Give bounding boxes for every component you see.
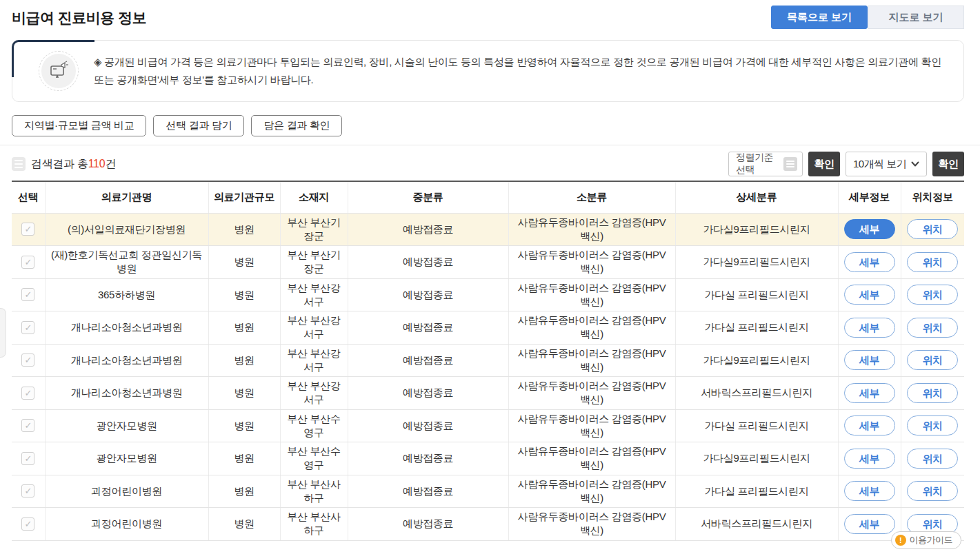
row-checkbox[interactable]: ✓ bbox=[21, 387, 34, 400]
header-mid-category: 중분류 bbox=[348, 181, 508, 213]
row-checkbox[interactable]: ✓ bbox=[21, 484, 34, 497]
location-button[interactable]: 위치 bbox=[907, 252, 958, 272]
page-size-value: 10개씩 보기 bbox=[853, 158, 906, 171]
notice-text: ◈ 공개된 비급여 가격 등은 의료기관마다 투입되는 의료인력, 장비, 시술… bbox=[94, 53, 943, 90]
header-detail-category: 상세분류 bbox=[675, 181, 838, 213]
sort-select[interactable]: 정렬기준 선택 bbox=[728, 152, 803, 176]
hospital-scale-cell: 병원 bbox=[208, 475, 280, 508]
notice-icon-ring bbox=[39, 51, 79, 91]
section-divider bbox=[0, 145, 980, 145]
table-row: ✓ 괴정어린이병원 병원 부산 부산사하구 예방접종료 사람유두종바이러스 감염… bbox=[12, 508, 964, 541]
mid-category-cell: 예방접종료 bbox=[348, 475, 508, 508]
table-row: ✓ 광안자모병원 병원 부산 부산수영구 예방접종료 사람유두종바이러스 감염증… bbox=[12, 442, 964, 475]
hospital-name-cell: 괴정어린이병원 bbox=[45, 475, 208, 508]
hospital-scale-cell: 병원 bbox=[208, 278, 280, 311]
hospital-name-cell: 개나리소아청소년과병원 bbox=[45, 377, 208, 410]
exclamation-icon: ! bbox=[895, 535, 906, 546]
location-button[interactable]: 위치 bbox=[907, 285, 958, 305]
mid-category-cell: 예방접종료 bbox=[348, 311, 508, 345]
detail-category-cell: 가다실9프리필드시린지 bbox=[675, 213, 838, 246]
sort-select-label: 정렬기준 선택 bbox=[736, 152, 783, 176]
hospital-scale-cell: 병원 bbox=[208, 246, 280, 279]
detail-button[interactable]: 세부 bbox=[844, 350, 895, 370]
detail-button[interactable]: 세부 bbox=[844, 252, 895, 272]
mid-category-cell: 예방접종료 bbox=[348, 344, 508, 377]
row-checkbox[interactable]: ✓ bbox=[21, 353, 34, 367]
non-covered-fee-page: 비급여 진료비용 정보 목록으로 보기 지도로 보기 ◈ 공개된 비급여 가격 … bbox=[0, 0, 980, 554]
location-button[interactable]: 위치 bbox=[907, 416, 958, 435]
detail-button[interactable]: 세부 bbox=[844, 219, 895, 239]
page-size-confirm-button[interactable]: 확인 bbox=[932, 152, 964, 176]
view-toggle: 목록으로 보기 지도로 보기 bbox=[771, 6, 964, 29]
view-collected-button[interactable]: 담은 결과 확인 bbox=[251, 115, 342, 136]
detail-button[interactable]: 세부 bbox=[844, 383, 895, 403]
header-location-info: 위치정보 bbox=[901, 181, 964, 213]
table-row: ✓ 365하하병원 병원 부산 부산강서구 예방접종료 사람유두종바이러스 감염… bbox=[12, 278, 964, 311]
table-row: ✓ 개나리소아청소년과병원 병원 부산 부산강서구 예방접종료 사람유두종바이러… bbox=[12, 344, 964, 377]
usage-guide-label: 이용가이드 bbox=[910, 534, 953, 546]
location-button[interactable]: 위치 bbox=[907, 481, 958, 501]
detail-button[interactable]: 세부 bbox=[844, 481, 895, 501]
detail-button[interactable]: 세부 bbox=[844, 285, 895, 305]
results-bar: 검색결과 총110건 정렬기준 선택 확인 10개씩 보기 확인 bbox=[12, 151, 964, 177]
detail-button[interactable]: 세부 bbox=[844, 514, 895, 534]
location-button[interactable]: 위치 bbox=[907, 318, 958, 338]
mid-category-cell: 예방접종료 bbox=[348, 377, 508, 410]
table-row: ✓ 개나리소아청소년과병원 병원 부산 부산강서구 예방접종료 사람유두종바이러… bbox=[12, 311, 964, 345]
row-checkbox[interactable]: ✓ bbox=[21, 288, 34, 301]
mid-category-cell: 예방접종료 bbox=[348, 442, 508, 475]
table-row: ✓ (재)한호기독선교회 정관일신기독병원 병원 부산 부산기장군 예방접종료 … bbox=[12, 246, 964, 279]
detail-button[interactable]: 세부 bbox=[844, 449, 895, 469]
action-button-row: 지역별·규모별 금액 비교 선택 결과 담기 담은 결과 확인 bbox=[12, 115, 342, 136]
region-cell: 부산 부산수영구 bbox=[280, 409, 348, 442]
table-row: ✓ 괴정어린이병원 병원 부산 부산사하구 예방접종료 사람유두종바이러스 감염… bbox=[12, 475, 964, 508]
detail-button[interactable]: 세부 bbox=[844, 416, 895, 435]
region-cell: 부산 부산수영구 bbox=[280, 442, 348, 475]
mid-category-cell: 예방접종료 bbox=[348, 409, 508, 442]
mid-category-cell: 예방접종료 bbox=[348, 246, 508, 279]
sort-list-icon[interactable] bbox=[783, 157, 797, 171]
sort-confirm-button[interactable]: 확인 bbox=[808, 152, 840, 176]
row-checkbox[interactable]: ✓ bbox=[21, 256, 34, 269]
hospital-scale-cell: 병원 bbox=[208, 442, 280, 475]
location-button[interactable]: 위치 bbox=[907, 449, 958, 469]
chevron-down-icon bbox=[911, 160, 919, 168]
table-row: ✓ 광안자모병원 병원 부산 부산수영구 예방접종료 사람유두종바이러스 감염증… bbox=[12, 409, 964, 442]
hospital-scale-cell: 병원 bbox=[208, 377, 280, 410]
hospital-name-cell: 광안자모병원 bbox=[45, 409, 208, 442]
compare-by-region-button[interactable]: 지역별·규모별 금액 비교 bbox=[12, 115, 146, 136]
monitor-announce-icon bbox=[41, 54, 76, 88]
mid-category-cell: 예방접종료 bbox=[348, 278, 508, 311]
usage-guide-button[interactable]: ! 이용가이드 bbox=[891, 531, 962, 549]
region-cell: 부산 부산강서구 bbox=[280, 344, 348, 377]
results-table: 선택 의료기관명 의료기관규모 소재지 중분류 소분류 상세분류 세부정보 위치… bbox=[12, 181, 964, 541]
sub-category-cell: 사람유두종바이러스 감염증(HPV 백신) bbox=[508, 311, 675, 345]
row-checkbox[interactable]: ✓ bbox=[21, 419, 34, 432]
region-cell: 부산 부산기장군 bbox=[280, 246, 348, 279]
collect-selection-button[interactable]: 선택 결과 담기 bbox=[153, 115, 244, 136]
list-icon bbox=[12, 157, 26, 171]
location-button[interactable]: 위치 bbox=[907, 350, 958, 370]
side-panel-handle[interactable] bbox=[0, 308, 6, 358]
region-cell: 부산 부산기장군 bbox=[280, 213, 348, 246]
row-checkbox[interactable]: ✓ bbox=[21, 517, 34, 531]
hospital-scale-cell: 병원 bbox=[208, 409, 280, 442]
detail-category-cell: 서바릭스프리필드시린지 bbox=[675, 377, 838, 410]
region-cell: 부산 부산사하구 bbox=[280, 508, 348, 541]
map-view-button[interactable]: 지도로 보기 bbox=[868, 6, 964, 29]
detail-button[interactable]: 세부 bbox=[844, 318, 895, 338]
detail-category-cell: 가다실 프리필드시린지 bbox=[675, 475, 838, 508]
location-button[interactable]: 위치 bbox=[907, 383, 958, 403]
page-size-select[interactable]: 10개씩 보기 bbox=[846, 152, 927, 176]
list-view-button[interactable]: 목록으로 보기 bbox=[771, 6, 868, 29]
region-cell: 부산 부산사하구 bbox=[280, 475, 348, 508]
table-header: 선택 의료기관명 의료기관규모 소재지 중분류 소분류 상세분류 세부정보 위치… bbox=[12, 181, 964, 213]
row-checkbox[interactable]: ✓ bbox=[21, 452, 34, 465]
row-checkbox[interactable]: ✓ bbox=[21, 223, 34, 236]
hospital-name-cell: 365하하병원 bbox=[45, 278, 208, 311]
table-row: ✓ 개나리소아청소년과병원 병원 부산 부산강서구 예방접종료 사람유두종바이러… bbox=[12, 377, 964, 410]
hospital-scale-cell: 병원 bbox=[208, 508, 280, 541]
location-button[interactable]: 위치 bbox=[907, 219, 958, 239]
row-checkbox[interactable]: ✓ bbox=[21, 321, 34, 334]
notice-box: ◈ 공개된 비급여 가격 등은 의료기관마다 투입되는 의료인력, 장비, 시술… bbox=[12, 40, 964, 102]
